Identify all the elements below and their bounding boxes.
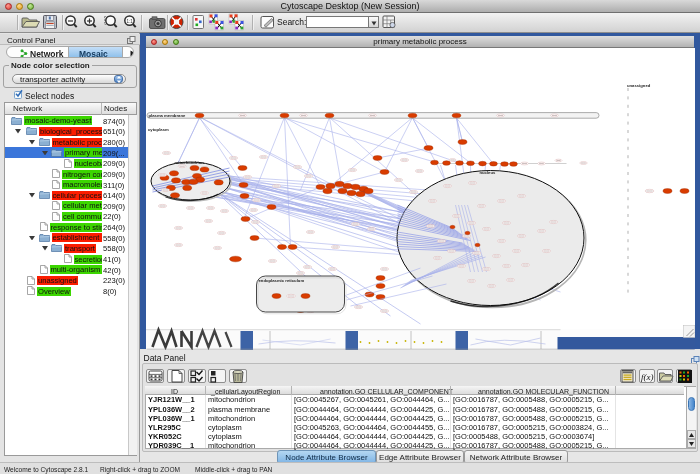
svg-text:endoplasmic reticulum: endoplasmic reticulum xyxy=(258,278,304,283)
svg-text:unassigned: unassigned xyxy=(627,83,651,88)
svg-text:plasma membrane: plasma membrane xyxy=(148,113,185,118)
svg-text:nucleus: nucleus xyxy=(479,170,495,175)
svg-text:cytoplasm: cytoplasm xyxy=(148,127,169,132)
svg-text:mitochondrion: mitochondrion xyxy=(174,160,204,165)
svg-text:f(x): f(x) xyxy=(641,372,654,382)
svg-text:1:1: 1:1 xyxy=(127,19,134,24)
